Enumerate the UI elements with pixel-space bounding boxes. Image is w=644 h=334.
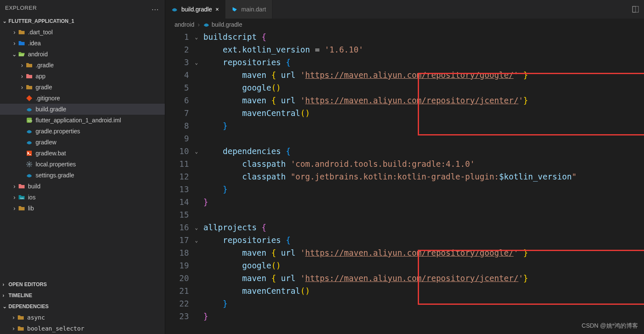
code-content[interactable]: buildscript { ext.kotlin_version = '1.6.…	[203, 30, 644, 334]
file-tree-item[interactable]: </>flutter_application_1_android.iml	[0, 115, 165, 126]
gear-icon	[25, 160, 33, 168]
tree-twisty[interactable]: ›	[11, 29, 18, 36]
dependency-item[interactable]: ›boolean_selector	[0, 323, 165, 334]
fold-toggle[interactable]: ⌄	[195, 56, 203, 69]
file-tree-item[interactable]: ›.idea	[0, 38, 165, 49]
fold-toggle[interactable]	[195, 285, 203, 298]
fold-toggle[interactable]	[195, 82, 203, 94]
fold-toggle[interactable]	[195, 310, 203, 323]
svg-point-3	[28, 163, 31, 166]
file-tree-item[interactable]: ›gradle	[0, 82, 165, 93]
fold-toggle[interactable]	[195, 107, 203, 120]
file-tree-item[interactable]: gradlew.bat	[0, 148, 165, 159]
breadcrumb-part[interactable]: build.gradle	[211, 21, 242, 28]
svg-rect-6	[633, 6, 636, 12]
folder-icon	[25, 83, 33, 91]
main-area: build.gradle×main.dart android › build.g…	[165, 0, 644, 334]
project-section-header[interactable]: ⌄ FLUTTER_APPLICATION_1	[0, 16, 165, 27]
tree-item-label: gradle.properties	[36, 128, 80, 135]
fold-toggle[interactable]	[195, 209, 203, 221]
file-tree-item[interactable]: gradle.properties	[0, 126, 165, 137]
gradle-icon	[25, 105, 33, 113]
tree-twisty[interactable]: ⌄	[11, 51, 18, 58]
fold-toggle[interactable]: ⌄	[195, 31, 203, 44]
breadcrumb[interactable]: android › build.gradle	[165, 19, 644, 30]
fold-toggle[interactable]	[195, 247, 203, 259]
fold-toggle[interactable]	[195, 69, 203, 82]
tree-item-label: .dart_tool	[28, 29, 53, 36]
file-tree-item[interactable]: local.properties	[0, 159, 165, 170]
tree-twisty[interactable]: ›	[11, 205, 18, 212]
fold-toggle[interactable]	[195, 272, 203, 285]
folder-red-icon	[25, 72, 33, 80]
section-header[interactable]: ⌄DEPENDENCIES	[0, 301, 165, 312]
fold-toggle[interactable]	[195, 171, 203, 183]
file-tree-item[interactable]: build.gradle	[0, 104, 165, 115]
dependency-item[interactable]: ›async	[0, 312, 165, 323]
editor-tab[interactable]: build.gradle×	[165, 0, 225, 19]
tree-twisty[interactable]: ›	[19, 73, 25, 80]
chevron-icon: ›	[3, 293, 8, 298]
tree-item-label: .idea	[28, 40, 41, 47]
file-tree-item[interactable]: gradlew	[0, 137, 165, 148]
fold-toggle[interactable]	[195, 120, 203, 132]
split-editor-icon[interactable]	[627, 0, 644, 19]
fold-toggle[interactable]	[195, 44, 203, 56]
line-numbers: 1234567891011121314151617181920212223	[165, 30, 195, 334]
editor-tab[interactable]: main.dart	[225, 0, 272, 19]
tree-twisty[interactable]: ›	[10, 325, 17, 332]
section-header[interactable]: ›TIMELINE	[0, 290, 165, 301]
section-header[interactable]: ›OPEN EDITORS	[0, 279, 165, 290]
file-tree-item[interactable]: .gitignore	[0, 93, 165, 104]
chevron-icon: ›	[3, 282, 8, 287]
explorer-bottom-sections: ›OPEN EDITORS›TIMELINE⌄DEPENDENCIES›asyn…	[0, 279, 165, 334]
close-icon[interactable]: ×	[215, 6, 219, 13]
gradle-icon	[25, 171, 33, 179]
tree-twisty[interactable]: ›	[19, 84, 25, 91]
tree-twisty[interactable]: ›	[10, 314, 17, 321]
fold-toggle[interactable]: ⌄	[195, 234, 203, 247]
file-tree-item[interactable]: ›.dart_tool	[0, 27, 165, 38]
folder-icon	[17, 325, 25, 332]
explorer-header: EXPLORER …	[0, 0, 165, 16]
gradle-icon	[25, 127, 33, 135]
gradle-icon	[25, 138, 33, 146]
explorer-more-icon[interactable]: …	[151, 3, 160, 12]
breadcrumb-part[interactable]: android	[175, 21, 194, 28]
chevron-icon: ⌄	[3, 304, 8, 309]
file-tree-item[interactable]: ›lib	[0, 203, 165, 214]
fold-toggle[interactable]	[195, 298, 203, 310]
fold-toggle[interactable]	[195, 132, 203, 145]
file-tree-item[interactable]: ›iosios	[0, 192, 165, 203]
fold-toggle[interactable]: ⌄	[195, 145, 203, 158]
fold-toggle[interactable]	[195, 196, 203, 209]
editor[interactable]: 1234567891011121314151617181920212223 ⌄⌄…	[165, 30, 644, 334]
watermark: CSDN @姚*鸿的博客	[582, 322, 638, 330]
fold-toggle[interactable]	[195, 259, 203, 272]
file-tree-item[interactable]: ⌄android	[0, 49, 165, 60]
file-tree-item[interactable]: ›build	[0, 181, 165, 192]
project-name: FLUTTER_APPLICATION_1	[8, 18, 74, 24]
fold-toggle[interactable]: ⌄	[195, 221, 203, 234]
folder-icon	[25, 61, 33, 69]
tree-twisty[interactable]: ›	[19, 62, 25, 69]
file-tree-item[interactable]: settings.gradle	[0, 170, 165, 181]
tree-twisty[interactable]: ›	[11, 194, 18, 201]
fold-toggle[interactable]	[195, 94, 203, 107]
folder-idea-icon	[18, 39, 25, 47]
gradle-icon	[203, 21, 210, 28]
gradle-icon	[171, 6, 178, 13]
fold-toggle[interactable]	[195, 183, 203, 196]
folder-red-icon	[18, 182, 25, 190]
dart-icon	[231, 6, 238, 13]
file-tree-item[interactable]: ›app	[0, 71, 165, 82]
fold-toggle[interactable]	[195, 158, 203, 171]
folder-open-green-icon	[18, 50, 25, 58]
tree-twisty[interactable]: ›	[11, 40, 18, 47]
fold-gutter[interactable]: ⌄⌄⌄⌄⌄	[195, 30, 203, 334]
tree-item-label: gradlew	[36, 139, 56, 146]
chevron-down-icon: ⌄	[3, 18, 8, 24]
tree-item-label: .gitignore	[36, 95, 60, 102]
tree-twisty[interactable]: ›	[11, 183, 18, 190]
file-tree-item[interactable]: ›.gradle	[0, 60, 165, 71]
